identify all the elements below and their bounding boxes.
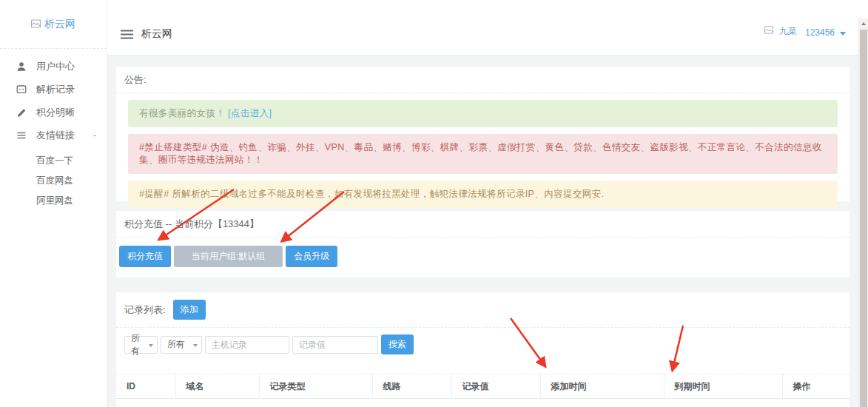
avatar-broken-image-icon [764, 26, 774, 35]
records-table: ID 域名 记录类型 线路 记录值 添加时间 到期时间 操作 [116, 374, 850, 399]
alert-success: 有很多美丽的女孩！ [点击进入] [128, 100, 838, 127]
sidebar-item-label: 友情链接 [36, 129, 75, 142]
column-header-domain: 域名 [175, 374, 259, 399]
sidebar-item-label: 解析记录 [36, 83, 75, 96]
scroll-up-icon [861, 22, 866, 25]
sidebar-item-friend-links[interactable]: 友情链接 - [0, 124, 107, 147]
table-header-row: ID 域名 记录类型 线路 记录值 添加时间 到期时间 操作 [116, 374, 850, 399]
chevron-down-icon [840, 32, 846, 36]
record-value-input[interactable] [292, 336, 378, 354]
column-header-line: 线路 [372, 374, 451, 399]
vertical-scrollbar [858, 18, 868, 407]
announcement-heading: 公告: [116, 67, 850, 93]
sidebar-subitem-baidu-pan[interactable]: 百度网盘 [0, 171, 107, 191]
points-heading: 积分充值 -- 当前积分【13344】 [116, 211, 850, 238]
column-header-add-time: 添加时间 [540, 374, 664, 399]
member-upgrade-button[interactable]: 会员升级 [286, 246, 337, 267]
scrollbar-up-button[interactable] [859, 18, 868, 29]
column-header-expire-time: 到期时间 [664, 374, 782, 399]
alert-danger: #禁止搭建类型# 伪造、钓鱼、诈骗、外挂、VPN、毒品、赌博、博彩、棋牌、彩票、… [128, 134, 838, 174]
column-header-record-value: 记录值 [451, 374, 540, 399]
collapse-indicator-icon: - [93, 130, 96, 141]
user-group-button[interactable]: 当前用户组:默认组 [174, 246, 283, 267]
chevron-down-icon [149, 344, 153, 347]
scrollbar-thumb[interactable] [860, 30, 867, 407]
brand-logo[interactable]: 析云网 [0, 0, 107, 49]
column-header-actions: 操作 [782, 374, 850, 399]
column-header-id: ID [116, 374, 175, 399]
hamburger-menu-icon[interactable] [121, 30, 133, 39]
record-type-select[interactable]: 所有 [124, 336, 158, 354]
search-button[interactable]: 搜索 [381, 334, 414, 354]
alert-success-text: 有很多美丽的女孩！ [139, 108, 225, 118]
host-record-input[interactable] [205, 336, 289, 354]
sidebar-item-label: 积分明晰 [36, 106, 75, 119]
sidebar-item-resolve-records[interactable]: 解析记录 [0, 78, 107, 101]
points-card: 积分充值 -- 当前积分【13344】 积分充值 当前用户组:默认组 会员升级 [116, 211, 850, 278]
pencil-icon [16, 107, 27, 118]
user-menu[interactable]: 九菜 123456 [764, 25, 846, 38]
list-icon [16, 130, 27, 141]
recharge-button[interactable]: 积分充值 [119, 246, 171, 267]
user-account: 123456 [805, 27, 835, 38]
add-record-button[interactable]: 添加 [173, 300, 206, 320]
announcement-card: 公告: 有很多美丽的女孩！ [点击进入] #禁止搭建类型# 伪造、钓鱼、诈骗、外… [116, 67, 850, 201]
sidebar-item-label: 用户中心 [36, 60, 75, 73]
line-select[interactable]: 所有 [161, 336, 202, 354]
records-heading: 记录列表: [124, 303, 166, 317]
column-header-record-type: 记录类型 [259, 374, 372, 399]
user-icon [16, 61, 27, 72]
sidebar-subitem-baidu[interactable]: 百度一下 [0, 151, 107, 171]
user-name: 九菜 [779, 25, 797, 38]
record-type-select-value: 所有 [131, 332, 145, 357]
sidebar: 析云网 用户中心 解析记录 积分明晰 友情链接 - 百度一下 百度网盘 阿里网盘 [0, 0, 107, 407]
brand-name: 析云网 [44, 18, 75, 31]
topbar-title: 析云网 [141, 27, 172, 41]
sidebar-subitem-ali-pan[interactable]: 阿里网盘 [0, 191, 107, 211]
sidebar-item-user-center[interactable]: 用户中心 [0, 55, 107, 78]
sidebar-item-points-detail[interactable]: 积分明晰 [0, 101, 107, 124]
topbar: 析云网 九菜 123456 [107, 0, 868, 56]
records-card: 记录列表: 添加 所有 所有 搜索 ID 域名 记录类型 线路 记录值 添加时间 [116, 292, 850, 407]
logo-broken-image-icon [31, 19, 41, 29]
chevron-down-icon [193, 344, 198, 347]
message-icon [16, 84, 27, 95]
line-select-value: 所有 [167, 338, 185, 351]
alert-warning: #提醒# 所解析的二级域名过多不能及时检查，如有发现将拉黑处理，触犯法律法规将所… [128, 181, 838, 208]
enter-link[interactable]: [点击进入] [228, 108, 272, 118]
